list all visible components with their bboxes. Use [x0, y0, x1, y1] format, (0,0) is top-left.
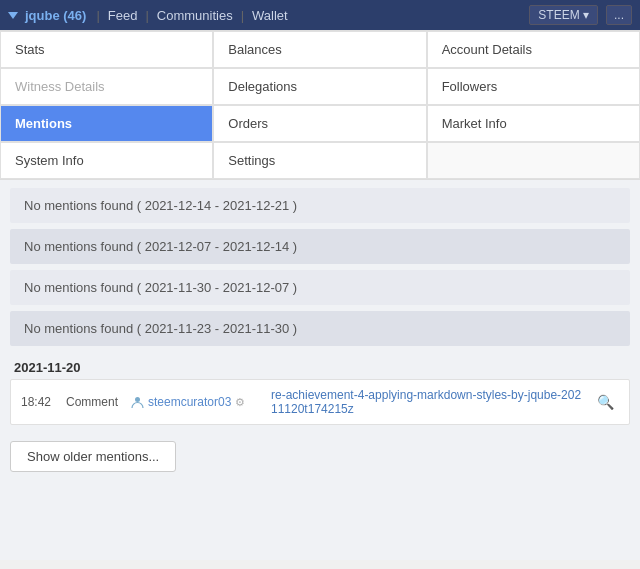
- menu-balances[interactable]: Balances: [213, 31, 426, 68]
- menu-witness-details: Witness Details: [0, 68, 213, 105]
- communities-link[interactable]: Communities: [157, 8, 233, 23]
- steem-button[interactable]: STEEM ▾: [529, 5, 598, 25]
- sep3: |: [241, 8, 244, 23]
- dropdown-icon[interactable]: [8, 12, 18, 19]
- more-button[interactable]: ...: [606, 5, 632, 25]
- sep1: |: [96, 8, 99, 23]
- search-icon[interactable]: 🔍: [592, 392, 619, 412]
- entry-time: 18:42: [21, 395, 56, 409]
- svg-point-0: [135, 397, 140, 402]
- show-older-button[interactable]: Show older mentions...: [10, 441, 176, 472]
- entry-user[interactable]: steemcurator03 ⚙: [131, 395, 261, 409]
- menu-market-info[interactable]: Market Info: [427, 105, 640, 142]
- mention-entry: 18:42 Comment steemcurator03 ⚙ re-achiev…: [10, 379, 630, 425]
- menu-followers[interactable]: Followers: [427, 68, 640, 105]
- date-header: 2021-11-20: [10, 352, 630, 379]
- no-mention-row-2: No mentions found ( 2021-11-30 - 2021-12…: [10, 270, 630, 305]
- no-mention-row-0: No mentions found ( 2021-12-14 - 2021-12…: [10, 188, 630, 223]
- menu-mentions[interactable]: Mentions: [0, 105, 213, 142]
- menu-account-details[interactable]: Account Details: [427, 31, 640, 68]
- person-icon: [131, 396, 144, 409]
- menu-orders[interactable]: Orders: [213, 105, 426, 142]
- menu-delegations[interactable]: Delegations: [213, 68, 426, 105]
- menu-system-info[interactable]: System Info: [0, 142, 213, 179]
- no-mention-row-1: No mentions found ( 2021-12-07 - 2021-12…: [10, 229, 630, 264]
- menu-empty-cell: [427, 142, 640, 179]
- entry-link[interactable]: re-achievement-4-applying-markdown-style…: [271, 388, 582, 416]
- menu-grid: Stats Balances Account Details Witness D…: [0, 30, 640, 180]
- topbar: jqube (46) | Feed | Communities | Wallet…: [0, 0, 640, 30]
- entry-type: Comment: [66, 395, 121, 409]
- content-area: No mentions found ( 2021-12-14 - 2021-12…: [0, 180, 640, 560]
- no-mention-row-3: No mentions found ( 2021-11-23 - 2021-11…: [10, 311, 630, 346]
- menu-stats[interactable]: Stats: [0, 31, 213, 68]
- wallet-link[interactable]: Wallet: [252, 8, 288, 23]
- feed-link[interactable]: Feed: [108, 8, 138, 23]
- app-logo: jqube (46): [25, 8, 86, 23]
- sep2: |: [145, 8, 148, 23]
- menu-settings[interactable]: Settings: [213, 142, 426, 179]
